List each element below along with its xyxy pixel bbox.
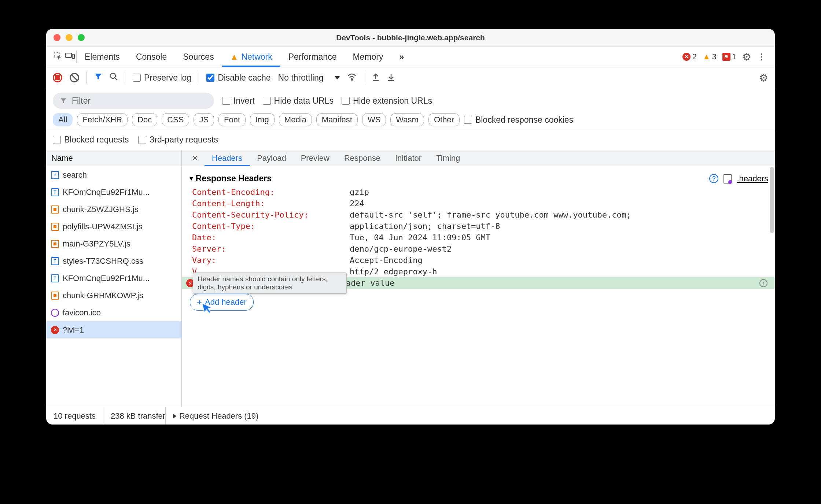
network-settings-icon[interactable]: ⚙: [759, 72, 768, 84]
header-row: Content-Security-Policy:default-src 'sel…: [182, 209, 775, 220]
device-icon[interactable]: [64, 52, 76, 62]
third-party-checkbox[interactable]: 3rd-party requests: [138, 135, 218, 145]
header-row: Content-Length:224: [182, 198, 775, 209]
tab-sources[interactable]: Sources: [175, 47, 222, 67]
titlebar: DevTools - bubble-jingle.web.app/search: [46, 29, 775, 47]
blocked-cookies-checkbox[interactable]: Blocked response cookies: [464, 115, 573, 125]
validation-tooltip: Header names should contain only letters…: [193, 273, 347, 294]
header-row: Vary:Accept-Encoding: [182, 255, 775, 266]
tab-initiator[interactable]: Initiator: [388, 150, 429, 166]
record-button[interactable]: [53, 73, 62, 82]
filter-input[interactable]: Filter: [53, 93, 214, 109]
settings-icon[interactable]: ⚙: [742, 51, 751, 63]
type-chipbar: All Fetch/XHR Doc CSS JS Font Img Media …: [46, 111, 775, 131]
invert-checkbox[interactable]: Invert: [222, 96, 255, 106]
extra-filter-bar: Blocked requests 3rd-party requests: [46, 131, 775, 150]
tab-preview[interactable]: Preview: [294, 150, 337, 166]
header-row: Content-Encoding:gzip: [182, 186, 775, 198]
chip-css[interactable]: CSS: [162, 113, 189, 126]
svg-rect-2: [72, 54, 74, 59]
svg-line-4: [115, 78, 117, 80]
headers-source-link[interactable]: .headers: [737, 174, 768, 184]
request-row[interactable]: chunk-Z5WZJGHS.js: [46, 201, 181, 218]
tab-headers[interactable]: Headers: [205, 150, 250, 166]
tab-performance[interactable]: Performance: [280, 47, 345, 67]
header-row: Date:Tue, 04 Jun 2024 11:09:05 GMT: [182, 232, 775, 243]
request-row[interactable]: favicon.ico: [46, 304, 181, 321]
main-tabbar: Elements Console Sources ▲Network Perfor…: [46, 47, 775, 67]
hide-extension-urls-checkbox[interactable]: Hide extension URLs: [342, 96, 432, 106]
request-row[interactable]: main-G3PZY5LV.js: [46, 235, 181, 252]
tab-elements[interactable]: Elements: [77, 47, 128, 67]
tab-memory[interactable]: Memory: [345, 47, 391, 67]
maximize-window-button[interactable]: [78, 34, 85, 41]
search-icon[interactable]: [110, 73, 118, 83]
tab-timing[interactable]: Timing: [429, 150, 467, 166]
help-icon[interactable]: ?: [709, 174, 718, 183]
source-file-icon[interactable]: [724, 174, 732, 184]
error-count[interactable]: ✕2: [682, 52, 696, 62]
divider: [199, 71, 199, 84]
svg-rect-1: [66, 53, 71, 58]
status-bar: 10 requests 238 kB transferred Request H…: [46, 407, 775, 425]
chip-js[interactable]: JS: [194, 113, 214, 126]
name-column-header[interactable]: Name: [46, 150, 181, 166]
close-panel-button[interactable]: ✕: [185, 153, 205, 163]
chip-img[interactable]: Img: [250, 113, 275, 126]
minimize-window-button[interactable]: [66, 34, 73, 41]
chip-media[interactable]: Media: [279, 113, 312, 126]
request-row[interactable]: ≡search: [46, 166, 181, 184]
request-headers-toggle[interactable]: Request Headers (19): [166, 407, 266, 425]
chip-doc[interactable]: Doc: [132, 113, 157, 126]
transferred-size: 238 kB transferred: [103, 407, 166, 425]
request-row[interactable]: polyfills-UPW4ZMSI.js: [46, 218, 181, 235]
tab-console[interactable]: Console: [128, 47, 175, 67]
chip-font[interactable]: Font: [218, 113, 246, 126]
tab-response[interactable]: Response: [337, 150, 388, 166]
detail-panel: ✕ Headers Payload Preview Response Initi…: [182, 150, 775, 407]
tab-payload[interactable]: Payload: [250, 150, 294, 166]
filter-toggle-icon[interactable]: [94, 73, 102, 83]
header-row: Server:deno/gcp-europe-west2: [182, 243, 775, 255]
warning-count[interactable]: ▲3: [703, 52, 717, 62]
chip-fetch-xhr[interactable]: Fetch/XHR: [77, 113, 128, 126]
request-row[interactable]: chunk-GRHMKOWP.js: [46, 287, 181, 304]
request-row[interactable]: Tstyles-T73CSHRQ.css: [46, 252, 181, 270]
upload-har-icon[interactable]: [372, 73, 380, 83]
chip-manifest[interactable]: Manifest: [316, 113, 358, 126]
chip-ws[interactable]: WS: [362, 113, 386, 126]
close-window-button[interactable]: [54, 34, 60, 41]
request-row[interactable]: ✕?lvl=1: [46, 321, 181, 338]
request-row[interactable]: TKFOmCnqEu92Fr1Mu...: [46, 270, 181, 287]
request-count: 10 requests: [46, 407, 103, 425]
disable-cache-checkbox[interactable]: Disable cache: [206, 73, 270, 83]
issue-count[interactable]: ⚑1: [722, 52, 736, 62]
more-tabs-button[interactable]: »: [391, 47, 412, 67]
clear-button[interactable]: [70, 73, 79, 82]
throttling-select[interactable]: No throttling: [278, 73, 340, 83]
info-icon[interactable]: i: [759, 279, 767, 287]
tab-network[interactable]: ▲Network: [222, 47, 280, 67]
kebab-menu-icon[interactable]: ⋮: [757, 52, 766, 62]
blocked-requests-checkbox[interactable]: Blocked requests: [53, 135, 129, 145]
divider: [86, 71, 87, 84]
chip-all[interactable]: All: [53, 113, 73, 126]
detail-tabbar: ✕ Headers Payload Preview Response Initi…: [182, 150, 775, 166]
inspect-icon[interactable]: [51, 52, 64, 62]
filter-bar: Filter Invert Hide data URLs Hide extens…: [46, 88, 775, 111]
svg-point-5: [351, 79, 353, 80]
request-row[interactable]: TKFOmCnqEu92Fr1Mu...: [46, 184, 181, 201]
chip-wasm[interactable]: Wasm: [390, 113, 424, 126]
download-har-icon[interactable]: [387, 73, 395, 83]
response-headers-toggle[interactable]: ▼Response Headers: [188, 174, 272, 184]
network-conditions-icon[interactable]: [347, 73, 357, 82]
chip-other[interactable]: Other: [428, 113, 460, 126]
divider: [364, 71, 364, 84]
network-toolbar: Preserve log Disable cache No throttling…: [46, 67, 775, 88]
svg-point-3: [110, 73, 115, 78]
request-list: Name ≡search TKFOmCnqEu92Fr1Mu... chunk-…: [46, 150, 182, 407]
add-header-button[interactable]: +Add header: [190, 294, 254, 311]
hide-data-urls-checkbox[interactable]: Hide data URLs: [263, 96, 334, 106]
preserve-log-checkbox[interactable]: Preserve log: [133, 73, 191, 83]
window-title: DevTools - bubble-jingle.web.app/search: [46, 33, 775, 42]
